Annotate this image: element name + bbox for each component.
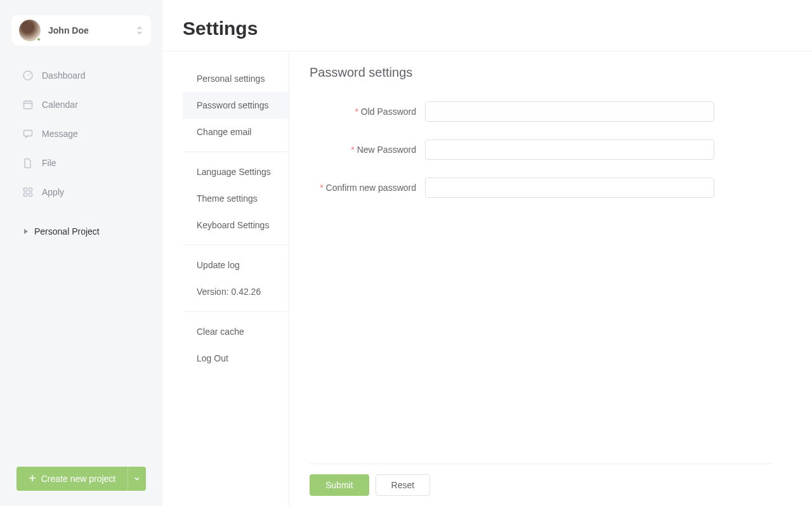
settings-link-theme[interactable]: Theme settings [183, 185, 289, 212]
settings-link-email[interactable]: Change email [183, 119, 289, 145]
old-password-input[interactable] [425, 101, 714, 122]
settings-link-log-out[interactable]: Log Out [183, 345, 289, 372]
nav-item-label: Dashboard [42, 70, 86, 81]
settings-link-label: Keyboard Settings [197, 220, 269, 230]
primary-nav: Dashboard Calendar Message File [0, 57, 162, 211]
svg-rect-1 [24, 101, 32, 109]
create-project-button[interactable]: Create new project [16, 467, 146, 491]
settings-link-keyboard[interactable]: Keyboard Settings [183, 212, 289, 238]
svg-rect-5 [24, 131, 32, 136]
old-password-label: *Old Password [310, 107, 425, 117]
avatar [19, 20, 41, 41]
svg-rect-6 [24, 188, 27, 191]
settings-link-clear-cache[interactable]: Clear cache [183, 318, 289, 345]
message-icon [22, 128, 34, 139]
sidebar-section-label: Personal Project [34, 226, 100, 237]
nav-item-label: Calendar [42, 100, 78, 110]
settings-version: Version: 0.42.26 [183, 278, 289, 305]
nav-item-label: File [42, 158, 56, 168]
nav-item-dashboard[interactable]: Dashboard [0, 61, 162, 90]
settings-link-label: Personal settings [197, 74, 265, 84]
nav-item-message[interactable]: Message [0, 119, 162, 148]
svg-rect-7 [29, 188, 32, 191]
nav-item-label: Apply [42, 187, 64, 197]
dashboard-icon [22, 70, 34, 81]
required-marker: * [320, 183, 323, 193]
grid-icon [22, 186, 34, 198]
plus-icon [29, 474, 36, 484]
create-project-button-label: Create new project [41, 474, 116, 484]
status-online-icon [36, 37, 41, 42]
settings-link-update-log[interactable]: Update log [183, 252, 289, 278]
svg-rect-9 [29, 193, 32, 197]
new-password-label: *New Password [310, 145, 425, 155]
nav-item-label: Message [42, 129, 78, 139]
settings-link-language[interactable]: Language Settings [183, 159, 289, 185]
settings-link-label: Language Settings [197, 167, 271, 177]
main-content: Settings Personal settings Password sett… [162, 0, 812, 506]
submit-button[interactable]: Submit [310, 474, 369, 496]
create-project-dropdown[interactable] [128, 467, 146, 491]
settings-link-label: Theme settings [197, 193, 258, 204]
settings-version-label: Version: 0.42.26 [197, 287, 261, 297]
settings-panel: Password settings *Old Password *New Pas… [289, 51, 792, 506]
user-name: John Doe [48, 25, 136, 36]
create-project-button-main[interactable]: Create new project [16, 467, 128, 491]
sidebar-section-personal-project[interactable]: Personal Project [0, 218, 162, 245]
settings-link-personal[interactable]: Personal settings [183, 65, 289, 92]
settings-link-label: Update log [197, 260, 240, 270]
confirm-password-input[interactable] [425, 178, 714, 198]
chevron-down-icon [134, 474, 140, 484]
user-switcher[interactable]: John Doe [11, 15, 151, 46]
nav-item-apply[interactable]: Apply [0, 178, 162, 207]
settings-nav: Personal settings Password settings Chan… [183, 51, 289, 506]
settings-link-label: Password settings [197, 100, 269, 110]
nav-item-file[interactable]: File [0, 148, 162, 178]
required-marker: * [351, 145, 354, 155]
svg-rect-8 [24, 193, 27, 197]
panel-footer: Submit Reset [310, 464, 771, 506]
settings-link-label: Change email [197, 127, 251, 137]
svg-marker-10 [24, 229, 28, 234]
confirm-password-label: *Confirm new password [310, 183, 425, 193]
calendar-icon [22, 99, 34, 110]
file-icon [22, 157, 34, 169]
sidebar: John Doe Dashboard Calendar [0, 0, 162, 506]
chevron-right-icon [22, 228, 30, 235]
settings-link-label: Log Out [197, 353, 228, 363]
chevron-up-down-icon [136, 25, 143, 36]
page-title: Settings [183, 18, 792, 39]
password-form: *Old Password *New Password *Confirm new… [310, 101, 771, 464]
settings-link-label: Clear cache [197, 327, 244, 337]
settings-link-password[interactable]: Password settings [183, 92, 289, 119]
required-marker: * [355, 107, 358, 117]
reset-button[interactable]: Reset [376, 474, 431, 496]
nav-item-calendar[interactable]: Calendar [0, 90, 162, 119]
panel-title: Password settings [310, 65, 771, 80]
new-password-input[interactable] [425, 139, 714, 160]
